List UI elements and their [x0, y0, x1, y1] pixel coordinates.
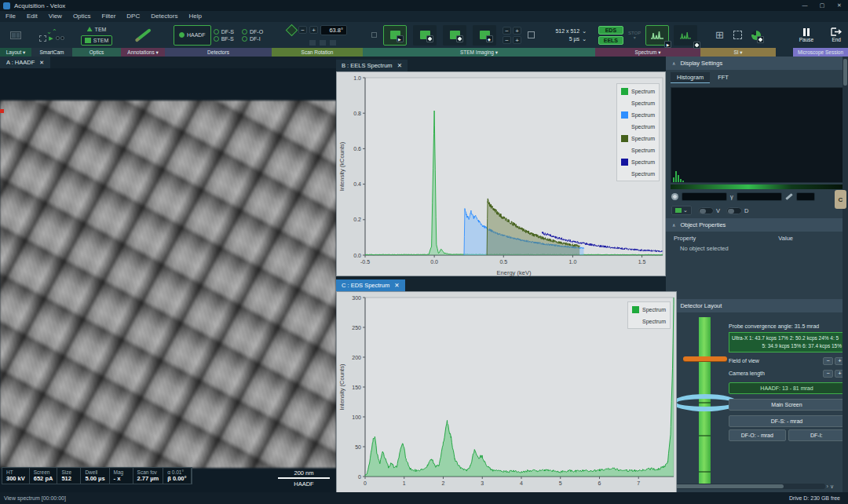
annotation-pencil-icon[interactable] [134, 28, 151, 42]
resolution-plus-button[interactable]: + [513, 27, 521, 35]
end-button[interactable]: End [826, 27, 846, 42]
scrollbar-thumb[interactable] [674, 484, 784, 488]
smartcam-play-icon[interactable]: ▶ [49, 35, 53, 42]
group-label-session[interactable]: Microscope Session [793, 48, 848, 57]
stem-image[interactable] [0, 100, 336, 468]
eels-mode-button[interactable]: EELS [598, 36, 623, 45]
crop-frame-icon[interactable] [39, 35, 46, 42]
fov-minus-button[interactable]: − [823, 357, 833, 365]
group-label-si[interactable]: SI ▾ [700, 48, 776, 57]
tab-fft[interactable]: FFT [711, 72, 735, 83]
group-label-spectrum[interactable]: Spectrum ▾ [595, 48, 700, 57]
detector-radio-df-o[interactable]: DF-O [242, 29, 263, 35]
spectrum-acquire-play-button[interactable]: ▶ [645, 25, 669, 46]
frame-icon[interactable] [371, 32, 377, 38]
dwell-dropdown[interactable]: 5 µs⌄ [541, 36, 587, 42]
layout-icon[interactable] [10, 31, 21, 39]
black-level-input[interactable] [682, 192, 727, 201]
legend-entry[interactable]: Spectrum [632, 305, 666, 314]
menu-help[interactable]: Help [183, 11, 207, 22]
legend-entry[interactable]: Spectrum [621, 145, 655, 155]
legend-entry[interactable]: Spectrum [621, 157, 655, 166]
stem-acquire-play-button[interactable]: ▶ [383, 25, 407, 46]
stem-single-capture-button[interactable] [413, 25, 437, 46]
tem-button[interactable]: TEM [84, 25, 110, 34]
rotation-plus-button[interactable]: + [309, 26, 318, 34]
white-level-input[interactable] [796, 192, 815, 201]
spectrum-capture-button[interactable] [674, 25, 697, 46]
stem-series-capture-button[interactable] [443, 25, 466, 46]
menu-view[interactable]: View [43, 11, 68, 22]
group-label-smartcam[interactable]: SmartCam [31, 48, 72, 57]
menu-detectors[interactable]: Detectors [145, 11, 183, 22]
stem-video-button[interactable]: ◆ [473, 25, 496, 46]
scrollbar-thumb[interactable] [843, 59, 847, 86]
legend-entry[interactable]: Spectrum [621, 110, 655, 119]
main-screen-button[interactable]: Main Screen [729, 399, 845, 411]
haadf-image-viewport[interactable]: 200 nm HAADF HT300 kVScreen652 pASize512… [0, 68, 336, 504]
legend-entry[interactable]: Spectrum [621, 86, 655, 96]
edit-icon[interactable] [785, 193, 793, 200]
group-label-detectors[interactable]: Detectors [165, 48, 272, 57]
minimize-button[interactable]: — [796, 0, 813, 11]
dfi-button[interactable]: DF-I: [788, 429, 846, 441]
binoculars-icon[interactable] [56, 36, 64, 40]
close-button[interactable]: ✕ [831, 0, 848, 11]
close-tab-icon[interactable]: ✕ [39, 60, 44, 66]
menu-file[interactable]: File [0, 11, 21, 22]
si-map-button[interactable] [751, 31, 761, 40]
group-label-stem-imaging[interactable]: STEM Imaging ▾ [363, 48, 595, 57]
dwell-plus-button[interactable]: + [513, 36, 521, 44]
stem-button[interactable]: STEM [81, 35, 112, 46]
group-label-scan-rotation[interactable]: Scan Rotation [272, 48, 363, 57]
menu-filter[interactable]: Filter [97, 11, 122, 22]
tab-histogram[interactable]: Histogram [671, 72, 710, 83]
legend-entry[interactable]: Spectrum [621, 98, 655, 108]
rotation-value[interactable]: 63.8° [320, 25, 347, 35]
camera-length-minus-button[interactable]: − [823, 370, 833, 378]
stop-acquire-icon[interactable]: STOP▾ [628, 31, 641, 40]
group-label-optics[interactable]: Optics [72, 48, 121, 57]
detector-radio-bf-s[interactable]: BF-S [214, 36, 234, 42]
haadf-detector-button[interactable]: HAADF [174, 25, 211, 46]
menu-edit[interactable]: Edit [21, 11, 43, 22]
rotation-minus-button[interactable]: − [298, 26, 307, 34]
close-tab-icon[interactable]: ✕ [397, 62, 402, 69]
detector-radio-df-s[interactable]: DF-S [214, 29, 234, 35]
legend-entry[interactable]: Spectrum [621, 133, 655, 143]
scroll-down-icon[interactable]: ∨ [830, 484, 834, 490]
si-grid-icon[interactable]: ⊞ [715, 30, 724, 40]
resolution-minus-button[interactable]: − [503, 27, 511, 35]
detector-radio-df-i[interactable]: DF-I [242, 36, 263, 42]
si-region-icon[interactable] [733, 31, 742, 39]
eds-mode-button[interactable]: EDS [598, 26, 623, 35]
v-toggle[interactable] [698, 207, 714, 214]
dfo-button[interactable]: DF-O: - mrad [729, 429, 786, 441]
object-properties-header[interactable]: ∧ Object Properties [666, 218, 848, 232]
d-toggle[interactable] [726, 207, 742, 214]
group-label-layout[interactable]: Layout ▾ [0, 48, 31, 57]
menu-optics[interactable]: Optics [68, 11, 97, 22]
dwell-minus-button[interactable]: − [503, 36, 511, 44]
colormap-dropdown[interactable]: ⌄ [671, 206, 692, 215]
gamma-input[interactable] [737, 192, 782, 201]
dfs-button[interactable]: DF-S: - mrad [729, 415, 845, 427]
display-settings-header[interactable]: ∧ Display Settings [666, 57, 848, 70]
legend-entry[interactable]: Spectrum [621, 122, 655, 131]
tab-eels-spectrum[interactable]: B : EELS Spectrum ✕ [336, 60, 408, 71]
horizontal-scrollbar[interactable]: ‹ › ∨ [669, 483, 834, 490]
rotation-preset-icon[interactable] [320, 40, 326, 46]
scroll-right-icon[interactable]: › [827, 484, 828, 489]
group-label-annotations[interactable]: Annotations ▾ [121, 48, 165, 57]
close-tab-icon[interactable]: ✕ [394, 282, 399, 289]
tab-eds-spectrum[interactable]: C : EDS Spectrum ✕ [336, 279, 405, 291]
detector-layout-header[interactable]: ∧ Detector Layout [666, 299, 848, 312]
resolution-dropdown[interactable]: 512 x 512⌄ [541, 28, 587, 35]
menu-dpc[interactable]: DPC [121, 11, 145, 22]
vertical-scrollbar[interactable] [843, 57, 848, 504]
rotation-preset-icon[interactable] [330, 40, 336, 46]
eds-chart[interactable]: 01234567050100150200250300Energy (keV)In… [337, 292, 678, 499]
tab-haadf-image[interactable]: A : HAADF ✕ [0, 57, 50, 68]
maximize-button[interactable]: ▢ [813, 0, 831, 11]
legend-entry[interactable]: Spectrum [632, 316, 666, 326]
